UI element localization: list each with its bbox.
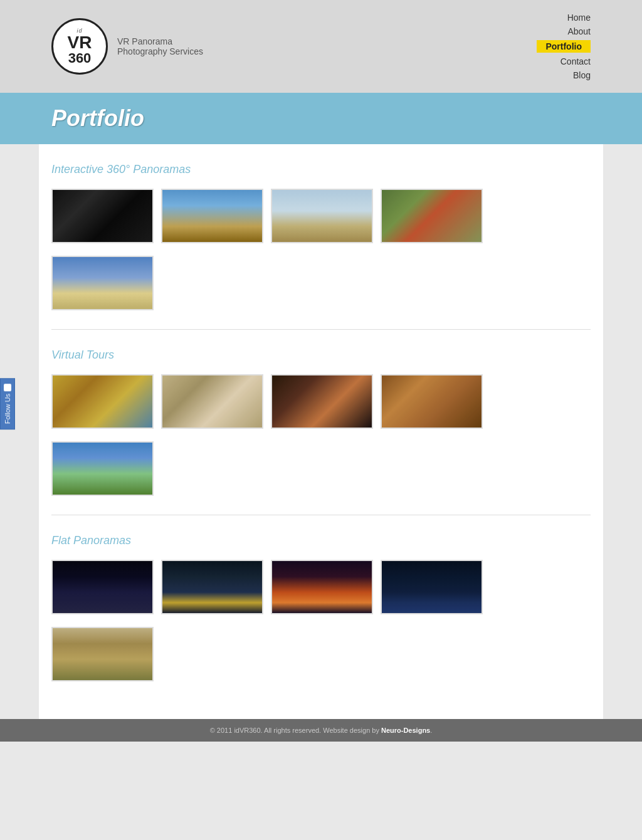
logo-area: id VR 360 VR Panorama Photography Servic… <box>51 18 203 75</box>
gallery-item[interactable] <box>161 560 263 614</box>
footer-link[interactable]: Neuro-Designs <box>381 727 430 734</box>
gallery-item[interactable] <box>381 374 483 429</box>
nav-home[interactable]: Home <box>567 13 591 23</box>
nav-about[interactable]: About <box>567 26 591 36</box>
gallery-grid-interactive-panoramas <box>51 189 591 243</box>
panorama-image-5 <box>53 257 152 309</box>
gallery-item[interactable] <box>161 374 263 429</box>
follow-us-button[interactable]: Follow Us <box>0 378 15 429</box>
panorama-image-1 <box>53 190 152 242</box>
gallery-grid-flat-panoramas <box>51 560 591 614</box>
gallery-item[interactable] <box>381 189 483 243</box>
panorama-image-3 <box>272 190 372 242</box>
brand-text: VR Panorama Photography Services <box>117 36 203 56</box>
flat-panorama-image-1 <box>53 561 152 613</box>
flat-panorama-image-4 <box>382 561 482 613</box>
site-footer: © 2011 idVR360. All rights reserved. Web… <box>0 719 642 742</box>
section-divider-2 <box>51 515 591 515</box>
logo-circle[interactable]: id VR 360 <box>51 18 108 75</box>
page-title: Portfolio <box>51 105 591 132</box>
panorama-image-2 <box>162 190 262 242</box>
main-content: Interactive 360° Panoramas Virtual Tours <box>39 144 603 719</box>
nav-contact[interactable]: Contact <box>560 56 591 66</box>
brand-name: VR Panorama <box>117 36 203 46</box>
section-title-interactive-panoramas: Interactive 360° Panoramas <box>51 163 591 176</box>
panorama-image-4 <box>382 190 482 242</box>
follow-us-label: Follow Us <box>4 394 11 424</box>
gallery-item[interactable] <box>271 374 373 429</box>
nav-portfolio[interactable]: Portfolio <box>537 40 591 53</box>
gallery-grid-virtual-tours <box>51 374 591 429</box>
page-banner: Portfolio <box>0 93 642 144</box>
gallery-item[interactable] <box>51 627 154 681</box>
flat-panorama-image-5 <box>53 628 152 680</box>
gallery-item[interactable] <box>51 189 154 243</box>
virtual-tour-image-5 <box>53 443 152 495</box>
section-title-flat-panoramas: Flat Panoramas <box>51 534 591 547</box>
main-nav: Home About Portfolio Contact Blog <box>537 13 591 80</box>
brand-subtitle: Photography Services <box>117 46 203 56</box>
gallery-item[interactable] <box>51 256 154 310</box>
virtual-tour-image-4 <box>382 375 482 428</box>
section-title-virtual-tours: Virtual Tours <box>51 349 591 362</box>
footer-text: © 2011 idVR360. All rights reserved. Web… <box>210 727 381 734</box>
logo-360: 360 <box>68 51 92 65</box>
follow-us-icon <box>4 384 11 391</box>
nav-blog[interactable]: Blog <box>573 70 591 80</box>
gallery-grid-virtual-tours-row2 <box>51 441 591 496</box>
flat-panorama-image-2 <box>162 561 262 613</box>
gallery-grid-flat-panoramas-row2 <box>51 627 591 681</box>
virtual-tour-image-2 <box>162 375 262 428</box>
gallery-item[interactable] <box>161 189 263 243</box>
virtual-tour-image-1 <box>53 375 152 428</box>
logo-vr: VR <box>68 34 92 51</box>
section-divider-1 <box>51 329 591 330</box>
flat-panorama-image-3 <box>272 561 372 613</box>
footer-period: . <box>430 727 432 734</box>
gallery-item[interactable] <box>271 189 373 243</box>
site-header: id VR 360 VR Panorama Photography Servic… <box>0 0 642 93</box>
gallery-item[interactable] <box>51 441 154 496</box>
gallery-item[interactable] <box>51 560 154 614</box>
virtual-tour-image-3 <box>272 375 372 428</box>
gallery-grid-interactive-panoramas-row2 <box>51 256 591 310</box>
gallery-item[interactable] <box>271 560 373 614</box>
gallery-item[interactable] <box>381 560 483 614</box>
gallery-item[interactable] <box>51 374 154 429</box>
